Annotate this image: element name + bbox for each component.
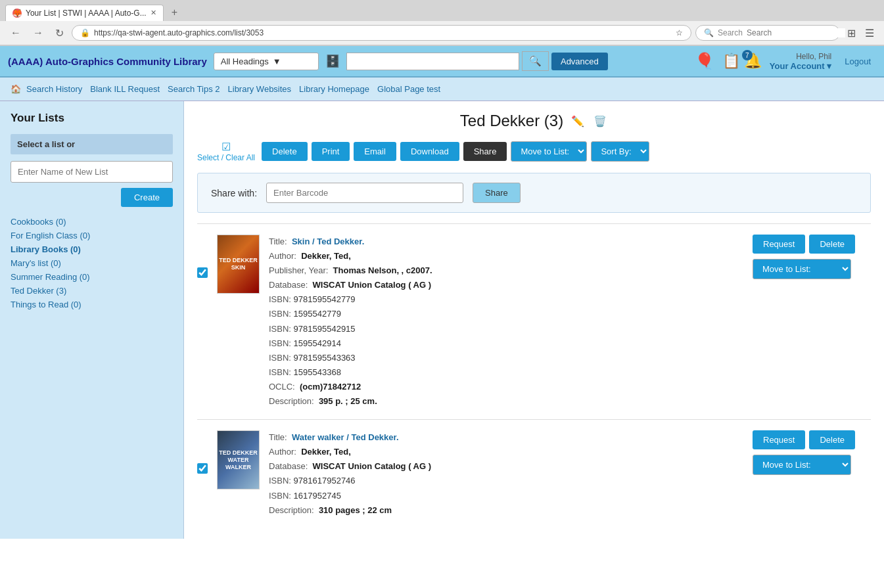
move-to-list-select-1[interactable]: Move to List: bbox=[753, 259, 851, 279]
sidebar-item-library-books[interactable]: Library Books (0) bbox=[11, 242, 173, 256]
heading-select-dropdown[interactable]: All Headings ▼ bbox=[214, 53, 319, 70]
nav-link-search-history[interactable]: Search History bbox=[24, 83, 85, 95]
advanced-search-button[interactable]: Advanced bbox=[551, 53, 608, 70]
active-tab[interactable]: 🦊 Your List | STWI | AAAA | Auto-G... ✕ bbox=[5, 5, 164, 21]
book-checkbox-2[interactable] bbox=[197, 463, 208, 474]
browser-search-input[interactable] bbox=[747, 28, 845, 37]
header-right: 🎈 📋 7 🔔 Hello, Phil Your Account ▾ Logou… bbox=[695, 52, 876, 71]
bookmark-icon[interactable]: ☆ bbox=[676, 28, 683, 37]
book-isbn-6: ISBN: 1595543368 bbox=[269, 365, 743, 380]
book-title-row: Title: Skin / Ted Dekker. bbox=[269, 235, 743, 249]
book-item-1: TED DEKKERSKIN Title: Skin / Ted Dekker.… bbox=[197, 223, 871, 419]
sidebar-item-cookbooks[interactable]: Cookbooks (0) bbox=[11, 215, 173, 229]
right-panel: Ted Dekker (3) ✏️ 🗑️ ☑ Select / Clear Al… bbox=[184, 101, 884, 539]
book-isbn-1: ISBN: 9781595542779 bbox=[269, 292, 743, 307]
book-action-buttons-1: Request Delete bbox=[753, 235, 855, 254]
request-button-2[interactable]: Request bbox=[753, 430, 805, 449]
heading-select-label: All Headings bbox=[221, 57, 269, 66]
database-icon-button[interactable]: 🗄️ bbox=[321, 53, 344, 70]
nav-link-library-websites[interactable]: Library Websites bbox=[225, 83, 294, 95]
nav-link-search-tips[interactable]: Search Tips 2 bbox=[165, 83, 223, 95]
home-icon[interactable]: 🏠 bbox=[11, 84, 21, 94]
notification-badge: 7 bbox=[742, 50, 753, 60]
browser-action-buttons: ⊞ ☰ bbox=[844, 26, 877, 41]
list-title: Ted Dekker (3) bbox=[460, 112, 563, 130]
nav-link-library-homepage[interactable]: Library Homepage bbox=[296, 83, 372, 95]
extensions-btn[interactable]: ⊞ bbox=[844, 26, 859, 41]
menu-btn[interactable]: ☰ bbox=[862, 26, 877, 41]
book2-description-row: Description: 310 pages ; 22 cm bbox=[269, 503, 743, 518]
sidebar-item-marys-list[interactable]: Mary's list (0) bbox=[11, 256, 173, 270]
tab-favicon: 🦊 bbox=[12, 9, 22, 18]
select-clear-all[interactable]: ☑ Select / Clear All bbox=[197, 141, 255, 162]
back-button[interactable]: ← bbox=[7, 26, 25, 40]
share-submit-button[interactable]: Share bbox=[473, 183, 521, 203]
tab-title: Your List | STWI | AAAA | Auto-G... bbox=[26, 9, 147, 18]
delete-book-button-2[interactable]: Delete bbox=[809, 430, 855, 449]
sidebar-item-english[interactable]: For English Class (0) bbox=[11, 229, 173, 242]
delete-button[interactable]: Delete bbox=[262, 142, 308, 161]
logo-balloon-icon: 🎈 bbox=[695, 52, 714, 70]
logout-button[interactable]: Logout bbox=[839, 54, 876, 69]
book-oclc-row: OCLC: (ocm)71842712 bbox=[269, 380, 743, 394]
move-to-list-select-2[interactable]: Move to List: bbox=[753, 455, 851, 475]
new-list-input[interactable] bbox=[11, 161, 173, 183]
browser-chrome: 🦊 Your List | STWI | AAAA | Auto-G... ✕ … bbox=[0, 0, 884, 46]
user-account-button[interactable]: Your Account ▾ bbox=[770, 61, 831, 71]
book2-isbn-2: ISBN: 1617952745 bbox=[269, 489, 743, 503]
new-tab-button[interactable]: + bbox=[166, 4, 183, 21]
address-bar[interactable]: 🔒 https://qa-stwi-agent.auto-graphics.co… bbox=[72, 25, 691, 41]
cover-text-2: TED DEKKERWATER WALKER bbox=[218, 448, 259, 472]
search-submit-button[interactable]: 🔍 bbox=[522, 51, 549, 71]
list-header: Ted Dekker (3) ✏️ 🗑️ bbox=[197, 112, 871, 130]
browser-search[interactable]: 🔍 Search bbox=[695, 25, 840, 41]
tab-bar: 🦊 Your List | STWI | AAAA | Auto-G... ✕ … bbox=[0, 0, 884, 21]
nav-link-blank-ill[interactable]: Blank ILL Request bbox=[87, 83, 162, 95]
share-button[interactable]: Share bbox=[463, 142, 507, 161]
nav-link-global-page[interactable]: Global Page test bbox=[375, 83, 443, 95]
select-clear-label: Select / Clear All bbox=[197, 153, 255, 162]
email-button[interactable]: Email bbox=[354, 142, 396, 161]
book2-isbn-1: ISBN: 9781617952746 bbox=[269, 474, 743, 488]
app-header: (AAAA) Auto-Graphics Community Library A… bbox=[0, 46, 884, 78]
search-placeholder: Search bbox=[718, 28, 743, 37]
sidebar-section-label: Select a list or bbox=[11, 134, 173, 154]
share-with-label: Share with: bbox=[211, 188, 257, 198]
book-isbn-4: ISBN: 1595542914 bbox=[269, 336, 743, 351]
sidebar-item-summer-reading[interactable]: Summer Reading (0) bbox=[11, 270, 173, 284]
forward-button[interactable]: → bbox=[29, 26, 47, 40]
cover-text-1: TED DEKKERSKIN bbox=[218, 256, 259, 273]
sidebar-item-ted-dekker[interactable]: Ted Dekker (3) bbox=[11, 284, 173, 298]
book2-title-row: Title: Water walker / Ted Dekker. bbox=[269, 430, 743, 445]
tab-close-icon[interactable]: ✕ bbox=[151, 9, 156, 17]
request-button-1[interactable]: Request bbox=[753, 235, 805, 254]
barcode-input[interactable] bbox=[266, 183, 463, 203]
sort-by-select[interactable]: Sort By: bbox=[591, 141, 649, 162]
search-input[interactable] bbox=[346, 53, 519, 70]
hello-text: Hello, Phil bbox=[770, 52, 831, 61]
address-icons: 🔒 bbox=[80, 28, 90, 37]
sidebar-item-things-to-read[interactable]: Things to Read (0) bbox=[11, 298, 173, 311]
edit-list-button[interactable]: ✏️ bbox=[570, 114, 586, 129]
reload-button[interactable]: ↻ bbox=[51, 26, 68, 41]
book-actions-2: Request Delete Move to List: bbox=[753, 430, 871, 475]
list-icon[interactable]: 📋 bbox=[722, 53, 740, 70]
create-list-button[interactable]: Create bbox=[121, 188, 173, 207]
book-database-row: Database: WISCAT Union Catalog ( AG ) bbox=[269, 278, 743, 292]
move-to-list-select[interactable]: Move to List: bbox=[511, 141, 587, 162]
book-author-row: Author: Dekker, Ted, bbox=[269, 249, 743, 263]
notification-area: 📋 7 🔔 bbox=[722, 53, 762, 70]
delete-list-button[interactable]: 🗑️ bbox=[592, 114, 608, 129]
search-icon: 🔍 bbox=[704, 28, 714, 37]
delete-book-button-1[interactable]: Delete bbox=[809, 235, 855, 254]
sidebar-title: Your Lists bbox=[11, 112, 173, 125]
browser-navigation: ← → ↻ 🔒 https://qa-stwi-agent.auto-graph… bbox=[0, 21, 884, 45]
download-button[interactable]: Download bbox=[400, 142, 459, 161]
library-name: (AAAA) Auto-Graphics Community Library bbox=[8, 56, 207, 67]
print-button[interactable]: Print bbox=[312, 142, 350, 161]
list-items: Cookbooks (0) For English Class (0) Libr… bbox=[11, 215, 173, 311]
sidebar: Your Lists Select a list or Create Cookb… bbox=[0, 101, 184, 539]
search-bar-container: All Headings ▼ 🗄️ 🔍 Advanced bbox=[214, 51, 608, 71]
book-checkbox-1[interactable] bbox=[197, 267, 208, 278]
share-panel: Share with: Share bbox=[197, 173, 871, 213]
